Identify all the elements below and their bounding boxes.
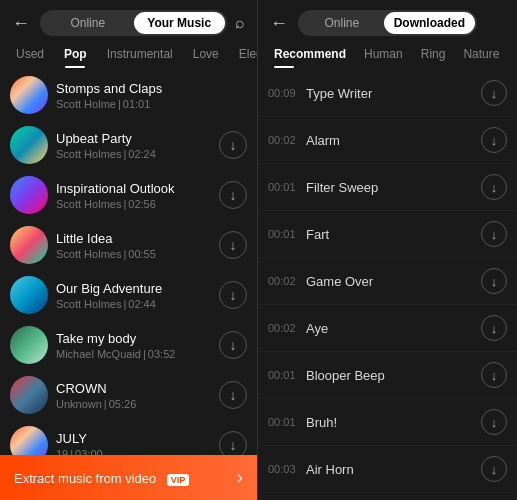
track-row-4[interactable]: Our Big Adventure Scott Holmes|02:44 ↓ xyxy=(0,270,257,320)
sound-download-8[interactable]: ↓ xyxy=(481,456,507,482)
track-meta-1: Scott Holmes|02:24 xyxy=(56,148,215,160)
track-row-2[interactable]: Inspirational Outlook Scott Holmes|02:56… xyxy=(0,170,257,220)
left-panel: ← Online Your Music ⌕ Used Pop Instrumen… xyxy=(0,0,258,500)
sound-name-6: Blooper Beep xyxy=(306,368,481,383)
left-tab-online[interactable]: Online xyxy=(42,12,134,34)
track-thumb-0 xyxy=(10,76,48,114)
right-back-icon[interactable]: ← xyxy=(270,13,290,34)
track-meta-5: Michael McQuaid|03:52 xyxy=(56,348,215,360)
cat-tab-instrumental[interactable]: Instrumental xyxy=(99,44,181,64)
rec-tab-battle[interactable]: Battle xyxy=(509,44,517,64)
sound-row-3[interactable]: 00:01 Fart ↓ xyxy=(258,211,517,258)
sound-time-8: 00:03 xyxy=(268,463,300,475)
right-tab-downloaded[interactable]: Downloaded xyxy=(384,12,475,34)
right-tab-toggle: Online Downloaded xyxy=(298,10,477,36)
track-info-0: Stomps and Claps Scott Holme|01:01 xyxy=(56,81,247,110)
sound-time-7: 00:01 xyxy=(268,416,300,428)
track-title-7: JULY xyxy=(56,431,215,446)
sound-download-0[interactable]: ↓ xyxy=(481,80,507,106)
cat-tab-love[interactable]: Love xyxy=(185,44,227,64)
track-info-4: Our Big Adventure Scott Holmes|02:44 xyxy=(56,281,215,310)
track-meta-3: Scott Holmes|00:55 xyxy=(56,248,215,260)
extract-banner-left: Extract music from video VIP xyxy=(14,469,189,487)
track-row-3[interactable]: Little Idea Scott Holmes|00:55 ↓ xyxy=(0,220,257,270)
track-title-5: Take my body xyxy=(56,331,215,346)
sound-row-9[interactable]: 00:04 I believe I can fly ↓ xyxy=(258,493,517,500)
rec-tab-recommend[interactable]: Recommend xyxy=(266,44,354,64)
extract-text: Extract music from video xyxy=(14,471,156,486)
sound-time-5: 00:02 xyxy=(268,322,300,334)
left-header: ← Online Your Music ⌕ xyxy=(0,0,257,44)
sound-list: 00:09 Type Writer ↓ 00:02 Alarm ↓ 00:01 … xyxy=(258,70,517,500)
left-search-icon[interactable]: ⌕ xyxy=(235,14,245,32)
cat-tab-pop[interactable]: Pop xyxy=(56,44,95,64)
sound-time-1: 00:02 xyxy=(268,134,300,146)
track-meta-0: Scott Holme|01:01 xyxy=(56,98,247,110)
rec-tab-human[interactable]: Human xyxy=(356,44,411,64)
track-row-1[interactable]: Upbeat Party Scott Holmes|02:24 ↓ xyxy=(0,120,257,170)
track-thumb-6 xyxy=(10,376,48,414)
sound-download-3[interactable]: ↓ xyxy=(481,221,507,247)
left-tab-your-music[interactable]: Your Music xyxy=(134,12,226,34)
left-tab-toggle: Online Your Music xyxy=(40,10,227,36)
cat-tab-electronic[interactable]: Electronic xyxy=(231,44,257,64)
sound-row-2[interactable]: 00:01 Filter Sweep ↓ xyxy=(258,164,517,211)
music-list: Stomps and Claps Scott Holme|01:01 Upbea… xyxy=(0,70,257,455)
track-meta-2: Scott Holmes|02:56 xyxy=(56,198,215,210)
track-title-1: Upbeat Party xyxy=(56,131,215,146)
download-btn-1[interactable]: ↓ xyxy=(219,131,247,159)
sound-row-6[interactable]: 00:01 Blooper Beep ↓ xyxy=(258,352,517,399)
sound-download-5[interactable]: ↓ xyxy=(481,315,507,341)
track-title-3: Little Idea xyxy=(56,231,215,246)
sound-row-1[interactable]: 00:02 Alarm ↓ xyxy=(258,117,517,164)
sound-row-5[interactable]: 00:02 Aye ↓ xyxy=(258,305,517,352)
extract-banner[interactable]: Extract music from video VIP › xyxy=(0,455,257,500)
sound-name-2: Filter Sweep xyxy=(306,180,481,195)
rec-tab-nature[interactable]: Nature xyxy=(455,44,507,64)
sound-name-7: Bruh! xyxy=(306,415,481,430)
sound-download-6[interactable]: ↓ xyxy=(481,362,507,388)
sound-download-1[interactable]: ↓ xyxy=(481,127,507,153)
sound-row-8[interactable]: 00:03 Air Horn ↓ xyxy=(258,446,517,493)
cat-tab-used[interactable]: Used xyxy=(8,44,52,64)
track-row-5[interactable]: Take my body Michael McQuaid|03:52 ↓ xyxy=(0,320,257,370)
track-row-6[interactable]: CROWN Unknown|05:26 ↓ xyxy=(0,370,257,420)
sound-download-7[interactable]: ↓ xyxy=(481,409,507,435)
sound-row-7[interactable]: 00:01 Bruh! ↓ xyxy=(258,399,517,446)
download-btn-2[interactable]: ↓ xyxy=(219,181,247,209)
sound-row-4[interactable]: 00:02 Game Over ↓ xyxy=(258,258,517,305)
track-info-1: Upbeat Party Scott Holmes|02:24 xyxy=(56,131,215,160)
extract-arrow-icon: › xyxy=(237,467,243,488)
download-btn-7[interactable]: ↓ xyxy=(219,431,247,455)
track-thumb-3 xyxy=(10,226,48,264)
sound-download-4[interactable]: ↓ xyxy=(481,268,507,294)
sound-time-6: 00:01 xyxy=(268,369,300,381)
category-tabs: Used Pop Instrumental Love Electronic xyxy=(0,44,257,70)
sound-time-2: 00:01 xyxy=(268,181,300,193)
sound-download-2[interactable]: ↓ xyxy=(481,174,507,200)
right-tab-online[interactable]: Online xyxy=(300,12,384,34)
sound-name-5: Aye xyxy=(306,321,481,336)
sound-time-4: 00:02 xyxy=(268,275,300,287)
right-panel: ← Online Downloaded Recommend Human Ring… xyxy=(258,0,517,500)
sound-row-0[interactable]: 00:09 Type Writer ↓ xyxy=(258,70,517,117)
right-header: ← Online Downloaded xyxy=(258,0,517,44)
left-back-icon[interactable]: ← xyxy=(12,13,32,34)
track-meta-4: Scott Holmes|02:44 xyxy=(56,298,215,310)
track-title-6: CROWN xyxy=(56,381,215,396)
rec-tab-ring[interactable]: Ring xyxy=(413,44,454,64)
track-info-7: JULY 19|03:00 xyxy=(56,431,215,456)
extract-badge: VIP xyxy=(167,474,190,486)
sound-name-0: Type Writer xyxy=(306,86,481,101)
recommend-tabs: Recommend Human Ring Nature Battle xyxy=(258,44,517,70)
download-btn-6[interactable]: ↓ xyxy=(219,381,247,409)
track-row-0[interactable]: Stomps and Claps Scott Holme|01:01 xyxy=(0,70,257,120)
download-btn-4[interactable]: ↓ xyxy=(219,281,247,309)
track-info-6: CROWN Unknown|05:26 xyxy=(56,381,215,410)
sound-time-3: 00:01 xyxy=(268,228,300,240)
track-thumb-2 xyxy=(10,176,48,214)
download-btn-5[interactable]: ↓ xyxy=(219,331,247,359)
sound-time-0: 00:09 xyxy=(268,87,300,99)
track-row-7[interactable]: JULY 19|03:00 ↓ xyxy=(0,420,257,455)
download-btn-3[interactable]: ↓ xyxy=(219,231,247,259)
